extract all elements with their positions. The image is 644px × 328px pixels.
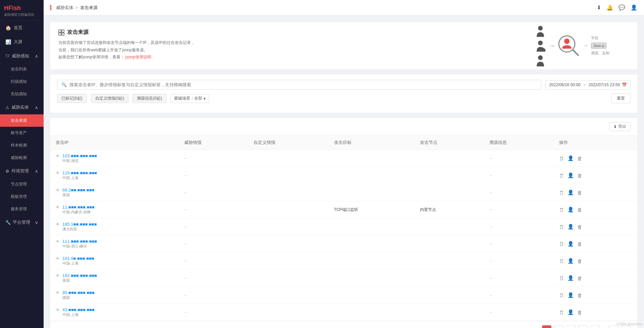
action-user-icon[interactable]: 👤 xyxy=(568,258,574,264)
eye-icon[interactable]: 👁 xyxy=(56,256,60,261)
sidebar-item-bigscreen[interactable]: 📊 大屏 xyxy=(0,35,44,49)
action-delete-icon[interactable]: 🗑 xyxy=(577,224,582,230)
tag-marked[interactable]: 已标记(0起) xyxy=(57,94,87,103)
nav-group-platform-manage[interactable]: 🔧 平台管理 ∨ xyxy=(0,215,44,229)
action-user-icon[interactable]: 👤 xyxy=(568,292,574,298)
action-detail-icon[interactable]: 🗒 xyxy=(559,207,564,213)
action-detail-icon[interactable]: 🗒 xyxy=(559,224,564,230)
bell-icon[interactable]: 🔔 xyxy=(606,4,613,11)
tag-custom[interactable]: 自定义情报(0起) xyxy=(91,94,129,103)
ip-address[interactable]: 85.■■■.■■■.■■■ xyxy=(62,290,95,295)
search-input[interactable] xyxy=(69,82,537,87)
action-detail-icon[interactable]: 🗒 xyxy=(559,241,564,247)
nav-group-threat-entity[interactable]: ⚠ 威胁实体 ∧ xyxy=(0,100,44,114)
action-detail-icon[interactable]: 🗒 xyxy=(559,190,564,196)
col-node: 攻击节点 xyxy=(415,135,484,150)
scan-sense-label: 扫描感知 xyxy=(11,79,27,84)
sidebar-item-home[interactable]: 🏠 首页 xyxy=(0,21,44,35)
download-icon[interactable]: ⬇ xyxy=(597,4,601,11)
cell-ip-4: 👁 185.1■■.■■■.■■■ 澳大利亚 xyxy=(50,218,179,235)
export-button[interactable]: ⬇ 导出 xyxy=(609,122,631,131)
page-btn-2[interactable]: 2 xyxy=(554,325,564,328)
sidebar-item-service-manage[interactable]: 服务管理 xyxy=(0,203,44,215)
action-detail-icon[interactable]: 🗒 xyxy=(559,275,564,281)
page-btn-3[interactable]: 3 xyxy=(566,325,576,328)
action-user-icon[interactable]: 👤 xyxy=(568,207,574,213)
page-btn-4[interactable]: 4 xyxy=(578,325,588,328)
breadcrumb-root: 威胁实体 xyxy=(56,5,73,11)
ip-country: 中国-上海 xyxy=(62,312,173,317)
eye-icon[interactable]: 👁 xyxy=(56,188,60,193)
sidebar-item-attack-list[interactable]: 攻击列表 xyxy=(0,63,44,75)
sidebar-item-trap-sense[interactable]: 失陷感知 xyxy=(0,88,44,100)
ip-country: 美国 xyxy=(62,193,173,198)
filter-card: 🔍 2022/06/16 00:00 → 2022/07/15 23:59 📅 … xyxy=(50,74,637,113)
action-delete-icon[interactable]: 🗑 xyxy=(577,292,582,298)
action-delete-icon[interactable]: 🗑 xyxy=(577,275,582,281)
sidebar-item-sample-check[interactable]: 样本检测 xyxy=(0,139,44,152)
ip-address[interactable]: 111.■■■.■■■.■■■ xyxy=(62,239,97,244)
action-delete-icon[interactable]: 🗑 xyxy=(577,241,582,247)
cell-target-7 xyxy=(329,270,415,287)
action-detail-icon[interactable]: 🗒 xyxy=(559,258,564,264)
action-user-icon[interactable]: 👤 xyxy=(568,172,574,178)
action-delete-icon[interactable]: 🗑 xyxy=(577,156,582,161)
action-detail-icon[interactable]: 🗒 xyxy=(559,310,564,315)
action-user-icon[interactable]: 👤 xyxy=(568,275,574,281)
cell-custom-9 xyxy=(248,304,328,321)
ip-address[interactable]: 11.■■■.■■■.■■■ xyxy=(62,205,95,210)
eye-icon[interactable]: 👁 xyxy=(56,154,60,158)
ip-address[interactable]: 192.■■■.■■■.■■■ xyxy=(62,273,97,278)
eye-icon[interactable]: 👁 xyxy=(56,205,60,210)
action-delete-icon[interactable]: 🗑 xyxy=(577,258,582,264)
ip-address[interactable]: 185.1■■.■■■.■■■ xyxy=(62,222,97,227)
action-detail-icon[interactable]: 🗒 xyxy=(559,156,564,161)
chat-icon[interactable]: 💬 xyxy=(619,4,625,11)
ip-address[interactable]: 119.■■■.■■■.■■■ xyxy=(62,170,97,175)
sidebar-item-template-manage[interactable]: 模板管理 xyxy=(0,190,44,203)
action-delete-icon[interactable]: 🗑 xyxy=(577,190,582,196)
ip-address[interactable]: 103.■■■.■■■.■■■ xyxy=(62,153,97,158)
tag-marked-label: 已标记(0起) xyxy=(61,96,83,101)
action-user-icon[interactable]: 👤 xyxy=(568,241,574,247)
diagram-label2: 溯源、反制 xyxy=(591,51,609,56)
ip-cell: 👁 111.■■■.■■■.■■■ 中国-浙江-嵊兴 xyxy=(56,239,173,249)
nav-group-threat-sense[interactable]: 🛡 威胁感知 ∧ xyxy=(0,49,44,63)
eye-icon[interactable]: 👁 xyxy=(56,171,60,175)
eye-icon[interactable]: 👁 xyxy=(56,273,60,278)
sidebar-item-attack-source[interactable]: 攻击来源 xyxy=(0,114,44,127)
action-user-icon[interactable]: 👤 xyxy=(568,189,574,196)
nav-group-env-manage[interactable]: ⚙ 环境管理 ∧ xyxy=(0,164,44,178)
topbar: 威胁实体 > 攻击来源 ⬇ 🔔 💬 👤 xyxy=(44,0,644,15)
date-range-picker[interactable]: 2022/06/16 00:00 → 2022/07/15 23:59 📅 xyxy=(545,80,631,90)
tag-tracing[interactable]: 溯源信息(0起) xyxy=(132,94,166,103)
eye-icon[interactable]: 👁 xyxy=(56,222,60,227)
action-delete-icon[interactable]: 🗑 xyxy=(577,310,582,315)
action-user-icon[interactable]: 👤 xyxy=(568,155,574,161)
action-user-icon[interactable]: 👤 xyxy=(568,309,574,315)
action-detail-icon[interactable]: 🗒 xyxy=(559,173,564,178)
reset-button[interactable]: 重置 xyxy=(611,94,631,103)
page-btn-1[interactable]: 1 xyxy=(542,325,551,328)
action-delete-icon[interactable]: 🗑 xyxy=(577,173,582,178)
sidebar-item-account-asset[interactable]: 账号资产 xyxy=(0,127,44,139)
action-user-icon[interactable]: 👤 xyxy=(568,224,574,230)
ip-address[interactable]: 43.■■■.■■■.■■■ xyxy=(62,307,95,312)
jsonp-link[interactable]: jsonp使用说明 xyxy=(125,55,151,59)
page-btn-5[interactable]: 5 xyxy=(590,325,600,328)
eye-icon[interactable]: 👁 xyxy=(56,308,60,312)
scene-select[interactable]: 蜜罐场景：全部 ▾ xyxy=(170,94,209,103)
action-delete-icon[interactable]: 🗑 xyxy=(577,207,582,213)
eye-icon[interactable]: 👁 xyxy=(56,290,60,295)
ip-address[interactable]: 66.2■■.■■■.■■■ xyxy=(62,187,94,193)
app-title: HFish xyxy=(4,5,40,12)
ip-address[interactable]: 101.9■.■■■.■■■ xyxy=(62,256,94,261)
sidebar-item-scan-sense[interactable]: 扫描感知 xyxy=(0,75,44,88)
cell-ip-1: 👁 119.■■■.■■■.■■■ 中国-上海 xyxy=(50,167,179,184)
eye-icon[interactable]: 👁 xyxy=(56,239,60,244)
user-avatar-icon[interactable]: 👤 xyxy=(631,4,637,11)
sidebar-item-threat-check[interactable]: 威胁检测 xyxy=(0,152,44,164)
sidebar-item-node-manage[interactable]: 节点管理 xyxy=(0,178,44,190)
search-input-wrap[interactable]: 🔍 xyxy=(57,80,541,90)
action-detail-icon[interactable]: 🗒 xyxy=(559,292,564,298)
